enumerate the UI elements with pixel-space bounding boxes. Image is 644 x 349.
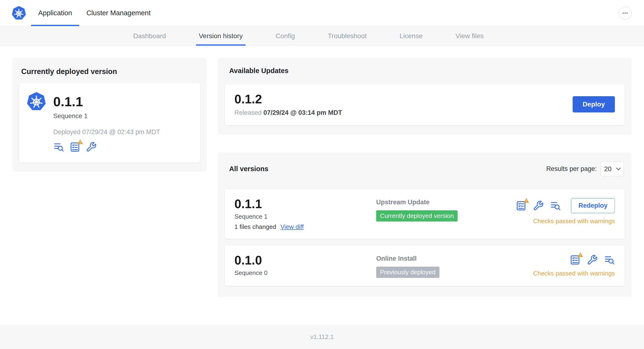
current-version-sequence: Sequence 1 xyxy=(53,112,193,120)
subnav-item-troubleshoot[interactable]: Troubleshoot xyxy=(327,26,368,46)
released-label: Released xyxy=(234,109,262,116)
files-changed-label: 1 files changed xyxy=(234,223,276,230)
version-source: Online Install xyxy=(376,255,440,262)
results-per-page: Results per page: 20 xyxy=(546,161,624,176)
subnav-item-license[interactable]: License xyxy=(398,26,424,46)
available-update-row: 0.1.2 Released 07/29/24 @ 03:14 pm MDT D… xyxy=(225,84,624,125)
checks-status-text: Checks passed with warnings xyxy=(533,218,615,225)
version-row: 0.1.0 Sequence 0 Online Install Previous… xyxy=(225,246,624,286)
ellipsis-icon xyxy=(622,10,629,17)
tab-application-label: Application xyxy=(38,9,72,17)
preflight-checks-icon[interactable] xyxy=(570,254,580,266)
app-subnav: Dashboard Version history Config Trouble… xyxy=(0,26,644,46)
main-content: Currently deployed version xyxy=(0,46,644,325)
currently-deployed-card: Currently deployed version xyxy=(13,58,207,172)
subnav-version-history-label: Version history xyxy=(199,32,243,40)
subnav-troubleshoot-label: Troubleshoot xyxy=(328,32,367,40)
version-row: 0.1.1 Sequence 1 1 files changed View di… xyxy=(225,189,624,239)
warning-icon xyxy=(577,252,583,258)
right-column: Available Updates 0.1.2 Released 07/29/2… xyxy=(218,58,632,297)
preflight-checks-icon[interactable] xyxy=(516,200,526,211)
status-badge: Currently deployed version xyxy=(376,210,458,222)
all-versions-title: All versions xyxy=(229,165,268,173)
warning-icon xyxy=(523,198,530,204)
preflight-checks-icon[interactable] xyxy=(70,142,80,152)
warning-icon xyxy=(77,139,83,145)
subnav-item-view-files[interactable]: View files xyxy=(454,26,484,46)
tab-cluster-management[interactable]: Cluster Management xyxy=(79,0,158,26)
redeploy-button[interactable]: Redeploy xyxy=(571,198,615,213)
view-diff-link[interactable]: View diff xyxy=(280,223,304,230)
version-source: Upstream Update xyxy=(376,198,458,206)
footer: v1.112.1 xyxy=(0,325,644,349)
version-number: 0.1.0 xyxy=(234,253,376,267)
subnav-config-label: Config xyxy=(276,32,295,40)
admin-console-version: v1.112.1 xyxy=(310,333,334,341)
subnav-item-dashboard[interactable]: Dashboard xyxy=(132,26,167,46)
topbar: Application Cluster Management xyxy=(0,0,644,26)
config-icon[interactable] xyxy=(587,254,598,266)
results-per-page-label: Results per page: xyxy=(546,165,597,172)
current-version-deployed-date: Deployed 07/29/24 @ 02:43 pm MDT xyxy=(53,128,193,136)
current-version-actions xyxy=(53,142,193,152)
config-icon[interactable] xyxy=(86,142,97,152)
tab-application[interactable]: Application xyxy=(31,0,79,26)
update-released-date: Released 07/29/24 @ 03:14 pm MDT xyxy=(234,109,342,116)
top-tabs: Application Cluster Management xyxy=(31,0,158,26)
tab-cluster-management-label: Cluster Management xyxy=(86,9,150,17)
currently-deployed-version-card: 0.1.1 Sequence 1 Deployed 07/29/24 @ 02:… xyxy=(19,83,200,162)
version-sequence: Sequence 1 xyxy=(234,213,376,220)
config-icon[interactable] xyxy=(533,200,544,211)
released-date-value: 07/29/24 @ 03:14 pm MDT xyxy=(264,109,342,116)
kubernetes-app-icon xyxy=(26,92,46,112)
results-per-page-select[interactable]: 20 xyxy=(600,161,624,176)
subnav-license-label: License xyxy=(400,32,423,40)
deploy-button[interactable]: Deploy xyxy=(573,96,615,112)
available-updates-title: Available Updates xyxy=(229,67,624,75)
deploy-logs-icon[interactable] xyxy=(550,200,561,211)
results-per-page-select-wrap: 20 xyxy=(600,161,624,176)
all-versions-card: All versions Results per page: 20 0.1.1 xyxy=(218,152,632,297)
status-badge: Previously deployed xyxy=(376,267,440,278)
deploy-logs-icon[interactable] xyxy=(604,254,615,266)
available-updates-card: Available Updates 0.1.2 Released 07/29/2… xyxy=(218,58,632,135)
deploy-logs-icon[interactable] xyxy=(53,142,64,152)
checks-status-text: Checks passed with warnings xyxy=(533,270,615,277)
update-version-number: 0.1.2 xyxy=(234,92,342,106)
version-number: 0.1.1 xyxy=(234,197,376,211)
more-options-button[interactable] xyxy=(619,7,632,20)
current-version-number: 0.1.1 xyxy=(53,94,83,109)
currently-deployed-title: Currently deployed version xyxy=(21,67,200,76)
subnav-dashboard-label: Dashboard xyxy=(133,32,166,40)
page: Application Cluster Management Dashboard… xyxy=(0,0,644,349)
subnav-view-files-label: View files xyxy=(456,32,484,40)
subnav-item-version-history[interactable]: Version history xyxy=(198,26,244,46)
version-sequence: Sequence 0 xyxy=(234,269,376,277)
subnav-item-config[interactable]: Config xyxy=(275,26,296,46)
kubernetes-logo-icon xyxy=(12,6,26,20)
